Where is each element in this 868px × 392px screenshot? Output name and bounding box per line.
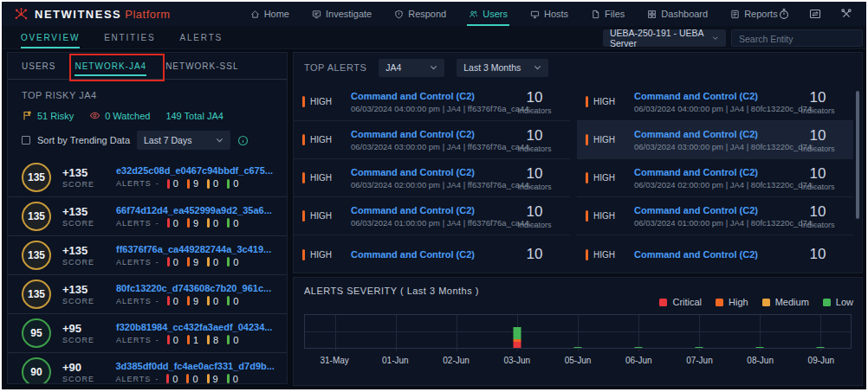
alerts-scrollbar[interactable] — [856, 91, 859, 219]
stat-label: 51 Risky — [37, 111, 74, 121]
score-delta-block: +95SCORE — [62, 322, 109, 344]
entity-link[interactable]: 80fc13220c_d743608c7b20_961c... — [116, 283, 271, 293]
stat-0-watched[interactable]: 0 Watched — [89, 110, 150, 121]
alert-row[interactable]: HIGHCommand and Control (C2)06/03/2024 0… — [294, 159, 570, 197]
alert-row[interactable]: HIGHCommand and Control (C2)06/03/2024 0… — [577, 83, 853, 121]
severity-count-value: 0 — [233, 296, 238, 306]
legend-item-low[interactable]: Low — [823, 297, 853, 307]
entity-link[interactable]: f320b81984_cc432fa3aedf_04234... — [116, 322, 272, 332]
x-axis-label: 09-Jun — [808, 356, 835, 365]
entity-tab-network-ja4[interactable]: NETWORK-JA4 — [74, 53, 146, 80]
nav-item-investigate[interactable]: Investigate — [312, 2, 372, 26]
severity-bar-icon — [187, 179, 190, 189]
search-entity-input[interactable] — [732, 31, 862, 47]
severity-count-high: 9 — [187, 178, 198, 189]
score-delta-block: +135SCORE — [62, 283, 109, 305]
severity-count-low: 0 — [227, 218, 238, 228]
risky-entry[interactable]: 135+135SCORE66f74d12d4_ea452999a9d2_35a6… — [8, 196, 287, 235]
severity-bar-icon — [166, 374, 169, 383]
alert-title-link[interactable]: Command and Control (C2) — [634, 249, 791, 260]
alert-row[interactable]: HIGHCommand and Control (C2)06/03/2024 0… — [577, 159, 853, 197]
alert-meta: 06/03/2024 01:00:00 pm | JA4 | ff6376f76… — [351, 218, 508, 228]
severity-count-low: 0 — [227, 257, 238, 267]
risky-entry[interactable]: 95+95SCOREf320b81984_cc432fa3aedf_04234.… — [8, 313, 287, 352]
entity-link[interactable]: 66f74d12d4_ea452999a9d2_35a6... — [116, 205, 272, 215]
alert-title-link[interactable]: Command and Control (C2) — [634, 205, 791, 215]
legend-label: Low — [836, 297, 853, 307]
severity-count-critical: 0 — [167, 335, 178, 345]
score-delta: +95 — [62, 322, 109, 335]
entry-main: 80fc13220c_d743608c7b20_961c...ALERTS-09… — [116, 283, 271, 306]
alert-title-link[interactable]: Command and Control (C2) — [351, 167, 508, 177]
ueba-server-select[interactable]: UEBA-250-191 - UEBA Server — [603, 29, 726, 47]
alert-title-link[interactable]: Command and Control (C2) — [634, 167, 791, 177]
alert-meta: 06/03/2024 03:00:00 pm | JA4 | ff6376f76… — [351, 142, 508, 151]
alert-title-link[interactable]: Command and Control (C2) — [351, 249, 508, 260]
tab-entities[interactable]: ENTITIES — [104, 26, 155, 49]
indicator-count: 10 — [508, 203, 561, 221]
bar-segment-critical — [514, 342, 521, 348]
alert-row[interactable]: HIGHCommand and Control (C2)06/03/2024 0… — [577, 197, 853, 235]
risky-entry[interactable]: 90+90SCORE3d385df0dd_fc4ae0acf331_d7d9b.… — [8, 352, 287, 384]
alert-range-select[interactable]: Last 3 Months — [457, 59, 548, 77]
legend-item-critical[interactable]: Critical — [659, 297, 702, 307]
tab-alerts[interactable]: ALERTS — [180, 26, 223, 49]
nav-item-hosts[interactable]: Hosts — [530, 2, 568, 26]
indicator-count-label: Indicators — [791, 221, 845, 229]
entity-tab-users[interactable]: USERS — [22, 53, 55, 80]
severity-high-bar-icon — [586, 172, 588, 183]
legend-item-high[interactable]: High — [716, 297, 748, 307]
top-alerts-title: TOP ALERTS — [304, 62, 366, 73]
nav-item-dashboard[interactable]: Dashboard — [647, 2, 708, 26]
alert-row[interactable]: HIGHCommand and Control (C2)06/03/2024 0… — [294, 83, 570, 121]
entity-link[interactable]: ff6376f76a_ca449282744a_3c419... — [116, 244, 271, 254]
alert-row[interactable]: HIGHCommand and Control (C2)10 — [577, 235, 853, 273]
alert-title-link[interactable]: Command and Control (C2) — [634, 91, 791, 101]
stat-51-risky[interactable]: 51 Risky — [22, 110, 74, 121]
console-icon[interactable] — [809, 8, 821, 20]
severity-count-medium: 8 — [207, 335, 218, 345]
alert-type-select[interactable]: JA4 — [379, 59, 444, 77]
brand-logo[interactable]: NETWITNESS Platform — [14, 7, 171, 22]
trending-range-select[interactable]: Last 7 Days — [137, 131, 230, 150]
entry-alerts-row: ALERTS-0090 — [115, 374, 273, 384]
nav-item-home[interactable]: Home — [250, 2, 289, 26]
severity-bar-icon — [227, 335, 230, 344]
nav-item-respond[interactable]: Respond — [394, 2, 446, 26]
severity-bar-icon — [167, 296, 170, 305]
nav-item-reports[interactable]: Reports — [730, 2, 778, 26]
timer-icon[interactable] — [778, 8, 790, 20]
risky-entry[interactable]: 135+135SCORE80fc13220c_d743608c7b20_961c… — [8, 274, 287, 313]
entity-tab-network-ssl[interactable]: NETWORK-SSL — [165, 53, 238, 80]
info-icon[interactable] — [237, 135, 249, 146]
alert-row[interactable]: HIGHCommand and Control (C2)06/03/2024 0… — [577, 121, 853, 159]
severity-count-value: 0 — [213, 296, 218, 306]
alerts-caption: ALERTS — [116, 297, 152, 305]
alert-meta: 06/03/2024 02:00:00 pm | JA4 | ff6376f76… — [351, 180, 508, 190]
entity-link[interactable]: e32d25c08d_e0467c94bbdf_c675... — [116, 165, 273, 176]
alert-column-right: HIGHCommand and Control (C2)06/03/2024 0… — [577, 83, 853, 273]
entity-link[interactable]: 3d385df0dd_fc4ae0acf331_d7d9b... — [115, 361, 273, 371]
chart-gridline — [638, 315, 639, 351]
alert-title-link[interactable]: Command and Control (C2) — [351, 205, 508, 215]
sort-trending-checkbox[interactable] — [22, 136, 30, 145]
alert-indicator-block: 10Indicators — [791, 165, 845, 191]
alert-row[interactable]: HIGHCommand and Control (C2)10 — [294, 235, 570, 273]
alert-title-link[interactable]: Command and Control (C2) — [351, 91, 508, 101]
legend-item-medium[interactable]: Medium — [762, 297, 809, 307]
stat-149-total-ja4[interactable]: 149 Total JA4 — [165, 111, 223, 121]
nav-item-label: Home — [264, 9, 289, 19]
risky-entry[interactable]: 135+135SCOREff6376f76a_ca449282744a_3c41… — [8, 235, 287, 274]
severity-count-value: 0 — [213, 218, 218, 228]
alert-title-link[interactable]: Command and Control (C2) — [634, 129, 791, 139]
nav-item-label: Dashboard — [661, 9, 708, 19]
nav-item-files[interactable]: Files — [591, 2, 625, 26]
alert-title-link[interactable]: Command and Control (C2) — [351, 129, 508, 139]
risky-entry[interactable]: 135+135SCOREe32d25c08d_e0467c94bbdf_c675… — [8, 157, 287, 196]
tools-icon[interactable] — [840, 8, 852, 20]
alert-row[interactable]: HIGHCommand and Control (C2)06/03/2024 0… — [294, 197, 570, 235]
nav-item-users[interactable]: Users — [469, 2, 508, 26]
alert-row[interactable]: HIGHCommand and Control (C2)06/03/2024 0… — [294, 121, 570, 159]
tab-overview[interactable]: OVERVIEW — [21, 26, 80, 49]
alerts-dash: - — [156, 258, 159, 267]
